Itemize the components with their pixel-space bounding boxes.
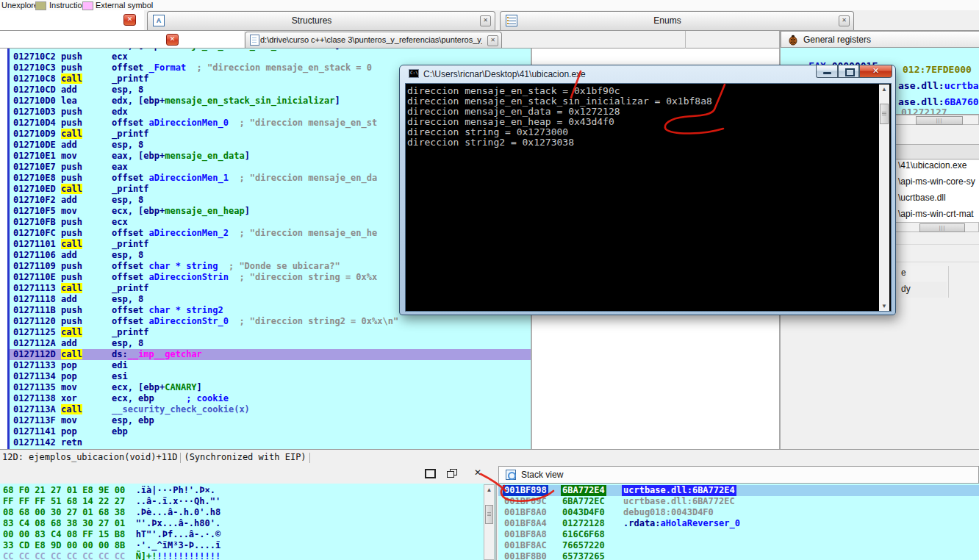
hex-row[interactable]: CC CC CC CC CC CC CC CC Ñ]+!!!!!!!!!!!!! (3, 551, 220, 560)
stack-row[interactable]: 001BF8A00043D4F0debug018:0043D4F0 (498, 507, 979, 518)
module-list-item[interactable]: \41\ubicacion.exe (898, 160, 967, 170)
legend-label: External symbol (96, 0, 153, 10)
hex-row[interactable]: 08 68 00 30 27 01 68 38 .Þè...â-.h.0'.h8 (3, 507, 220, 518)
restore-icon[interactable] (447, 469, 457, 478)
column-divider (948, 266, 949, 298)
asm-row[interactable]: 01271135movecx, [ebp+CANARY] (10, 382, 531, 393)
hex-row[interactable]: FF FF FF 51 68 14 22 27 ..â-.ï.x···Qh."' (3, 496, 220, 507)
ida-debug-screen: { "colors":{"pane_bg":"#c2ffff","eip_row… (0, 0, 979, 560)
minimize-button[interactable] (816, 65, 838, 78)
status-sync: (Synchronized with EIP) (184, 452, 306, 462)
hex-vscrollbar-thumb[interactable] (485, 505, 493, 524)
threads-cell-fragment: dy (901, 284, 911, 294)
threads-cell-fragment: e (901, 268, 906, 278)
legend-swatch (82, 1, 93, 10)
tab-bar-top: ✕ A Structures ✕ Enums ✕ (0, 10, 979, 31)
asm-row[interactable]: 01271141popebp (10, 426, 531, 437)
console-window-title: C:\Users\ricnar\Desktop\41\ubicacion.exe (423, 69, 586, 79)
tab-structures[interactable]: A Structures ✕ (147, 11, 495, 30)
asm-row[interactable]: 012710C2pushecx (10, 51, 531, 62)
document-icon (250, 35, 259, 46)
stack-row[interactable]: 001BF89C6BA772ECucrtbase.dll:6BA772EC (498, 496, 979, 507)
tab-source-close-icon[interactable]: ✕ (487, 35, 498, 46)
hex-row[interactable]: 00 00 83 C4 08 FF 15 B8 hT"'.Þf...â-.·.© (3, 529, 220, 540)
stack-view-icon (506, 470, 516, 480)
empty-tab-area-2 (0, 31, 244, 48)
console-vscrollbar[interactable]: ▲ ▼ (879, 85, 889, 311)
stack-view-title: Stack view (521, 470, 563, 480)
scroll-up-icon[interactable]: ▲ (484, 485, 494, 495)
console-vscrollbar-thumb[interactable] (880, 104, 889, 124)
asm-row[interactable]: 01271138xorecx, ebp ; cookie (10, 393, 531, 404)
status-address: 12D: ejemplos_ubicacion(void)+11D (0, 452, 177, 462)
stack-row[interactable]: 001BF8B065737265 (498, 551, 979, 560)
pane-divider (495, 484, 497, 560)
color-legend: UnexploredInstructionExternal symbol (0, 0, 979, 10)
console-line: direccion mensaje_en_data = 0x1272128 (407, 107, 620, 117)
close-icon[interactable]: ✕ (474, 467, 481, 478)
tab-structures-label: Structures (148, 12, 476, 30)
stack-row[interactable]: 001BF8986BA772E4ucrtbase.dll:6BA772E4 (498, 485, 979, 496)
asm-row[interactable]: 01271120pushoffset aDireccionStr_0 ; "di… (10, 316, 531, 327)
stack-view-titlebar[interactable]: Stack view (498, 466, 979, 484)
asm-row[interactable]: 0127113Acall__security_check_cookie(x) (10, 404, 531, 415)
asm-row[interactable]: 0127112Dcallds:__imp__getchar (10, 349, 531, 360)
module-list-item[interactable]: \api-ms-win-core-sy (898, 176, 975, 187)
hex-vscrollbar[interactable]: ▲ (484, 484, 495, 560)
tab-structures-close-icon[interactable]: ✕ (480, 15, 491, 26)
close-button[interactable]: ✕ (859, 65, 892, 78)
hex-dump-view[interactable]: 68 F0 21 27 01 E8 9E 00 .ïà|···Ph!'.Þ×.F… (0, 484, 497, 560)
module-list-item[interactable]: \api-ms-win-crt-mat (898, 209, 974, 219)
hex-row[interactable]: 83 C4 08 68 38 30 27 01 "'.Þx...â-.h80'. (3, 518, 220, 529)
console-line: direccion string = 0x1273000 (407, 127, 568, 137)
tab-source-file-label: d:\drive\curso c++\clase 3\punteros_y_re… (260, 32, 482, 48)
console-line: direccion string2 = 0x1273038 (407, 137, 574, 148)
close-pane-button-2[interactable]: ✕ (166, 34, 179, 46)
asm-row[interactable]: 01271125call_printf (10, 327, 531, 338)
tab-enums-label: Enums (501, 12, 834, 30)
register-row-fragment: ase.dll:6BA760 (898, 97, 979, 107)
console-window[interactable]: C:\ C:\Users\ricnar\Desktop\41\ubicacion… (399, 65, 896, 315)
legend-swatch (35, 1, 46, 10)
asm-row[interactable]: 0127113Fmovesp, ebp (10, 415, 531, 426)
register-row-fragment: ase.dll:ucrtba (898, 81, 979, 91)
register-row-fragment: 012:7EFDE000 (903, 65, 972, 75)
asm-row[interactable]: 0127112Aaddesp, 8 (10, 338, 531, 349)
bug-icon (787, 34, 799, 46)
scroll-up-icon[interactable]: ▲ (879, 85, 889, 94)
console-output: direccion mensaje_en_stack = 0x1bf90cdir… (405, 83, 892, 312)
registers-hscrollbar-thumb[interactable]: ||| (916, 116, 963, 125)
asm-row[interactable]: 01271142retn (10, 437, 531, 448)
asm-row[interactable]: 01271133popedi (10, 360, 531, 371)
console-icon: C:\ (409, 69, 419, 78)
console-line: direccion mensaje_en_stack = 0x1bf90c (407, 86, 620, 96)
empty-tab-area (0, 10, 144, 30)
console-line: direccion mensaje_en_stack_sin_inicializ… (407, 96, 712, 107)
stack-row[interactable]: 001BF8AC76657220 (498, 540, 979, 551)
console-line: direccion mensaje_en_heap = 0x43d4f0 (407, 117, 614, 127)
general-registers-titlebar[interactable]: General registers (781, 31, 979, 48)
stack-view-pane[interactable]: 001BF8986BA772E4ucrtbase.dll:6BA772E4001… (498, 484, 979, 560)
general-registers-title: General registers (803, 35, 871, 45)
maximize-icon[interactable] (425, 469, 436, 478)
close-pane-button[interactable]: ✕ (123, 14, 136, 26)
legend-label: Instruction (49, 0, 87, 10)
dock-divider (685, 31, 686, 49)
scroll-down-icon[interactable]: ▼ (879, 301, 889, 311)
stack-row[interactable]: 001BF8A401272128.rdata:aHolaReverser_0 (498, 518, 979, 529)
tab-enums-close-icon[interactable]: ✕ (839, 15, 850, 26)
maximize-button[interactable] (838, 65, 859, 78)
listing-status-bar: 12D: ejemplos_ubicacion(void)+11D(Synchr… (0, 449, 979, 465)
asm-row[interactable]: 01271134popesi (10, 371, 531, 382)
stack-row[interactable]: 001BF8A8616C6F68 (498, 529, 979, 540)
tab-enums[interactable]: Enums ✕ (500, 11, 854, 30)
tab-source-file[interactable]: d:\drive\curso c++\clase 3\punteros_y_re… (245, 32, 502, 48)
hex-row[interactable]: 68 F0 21 27 01 E8 9E 00 .ïà|···Ph!'.Þ×. (3, 485, 215, 496)
hex-row[interactable]: 33 CD E8 9D 00 00 00 8B ·'._^ïM³3-Þ....ï (3, 540, 220, 551)
module-list-item[interactable]: \ucrtbase.dll (898, 193, 946, 203)
modules-hscrollbar-thumb[interactable]: ||| (919, 223, 965, 232)
register-row-fragment: 01272127 (901, 107, 947, 115)
